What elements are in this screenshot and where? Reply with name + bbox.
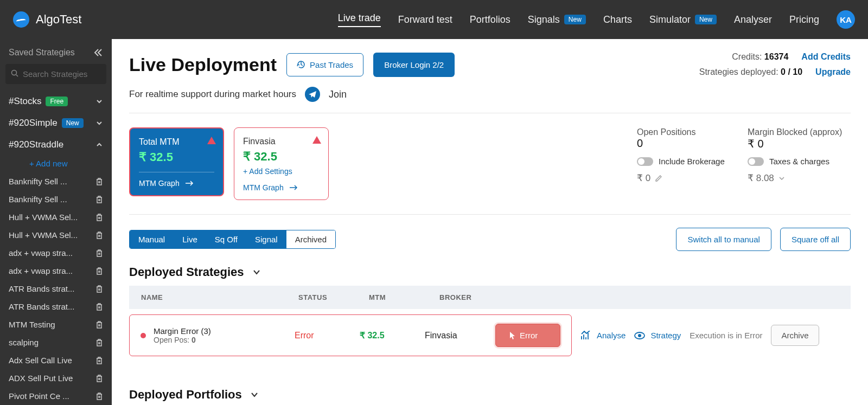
chevron-down-icon[interactable]: [778, 175, 785, 182]
sidebar-strategy-item[interactable]: Adx Sell Call Live: [0, 351, 112, 369]
page-title: Live Deployment: [129, 54, 277, 75]
include-brokerage-label: Include Brokerage: [659, 157, 725, 166]
trash-icon[interactable]: [95, 267, 103, 275]
category-920simple[interactable]: #920Simple New: [0, 112, 112, 134]
telegram-icon[interactable]: [305, 87, 320, 102]
cursor-icon: [508, 331, 515, 340]
trash-icon[interactable]: [95, 213, 103, 222]
sidebar-strategy-item[interactable]: Banknifty Sell ...: [0, 172, 112, 190]
sidebar-strategy-item[interactable]: Hull + VWMA Sel...: [0, 208, 112, 226]
broker-login-button[interactable]: Broker Login 2/2: [373, 53, 455, 77]
total-mtm-card[interactable]: Total MTM ₹ 32.5 MTM Graph: [129, 127, 224, 196]
category-920simple-label: #920Simple: [9, 118, 58, 128]
col-mtm: MTM: [369, 293, 439, 301]
trash-icon[interactable]: [95, 338, 103, 347]
category-920straddle[interactable]: #920Straddle: [0, 134, 112, 156]
sidebar-strategy-item[interactable]: Pivot Point Ce ...: [0, 387, 112, 405]
switch-all-manual-button[interactable]: Switch all to manual: [676, 228, 771, 251]
sidebar-strategy-item[interactable]: Hull + VWMA Sel...: [0, 226, 112, 244]
trash-icon[interactable]: [95, 392, 103, 401]
free-badge: Free: [46, 97, 68, 106]
collapse-sidebar-icon[interactable]: [93, 48, 103, 57]
sidebar-strategy-label: Adx Sell Call Live: [9, 356, 72, 365]
nav-analyser[interactable]: Analyser: [734, 14, 772, 25]
analyse-action[interactable]: Analyse: [580, 331, 626, 340]
taxes-charges-toggle[interactable]: [748, 157, 764, 166]
square-off-all-button[interactable]: Square off all: [780, 228, 851, 251]
strategy-row[interactable]: Margin Error (3) Open Pos: 0 Error ₹ 32.…: [129, 314, 572, 356]
execution-error-text: Execution is in Error: [690, 331, 762, 340]
sidebar-strategy-item[interactable]: scalping: [0, 333, 112, 351]
category-stocks[interactable]: #Stocks Free: [0, 91, 112, 112]
brand-name: AlgoTest: [36, 12, 81, 27]
sidebar-strategy-label: Banknifty Sell ...: [9, 177, 67, 186]
strategies-table-header: NAME STATUS MTM BROKER: [129, 286, 851, 309]
tab-live[interactable]: Live: [174, 230, 206, 248]
sidebar-strategy-label: Hull + VWMA Sel...: [9, 213, 78, 222]
past-trades-button[interactable]: Past Trades: [286, 53, 363, 76]
total-mtm-value: ₹ 32.5: [139, 150, 214, 164]
sidebar-strategy-item[interactable]: ADX Sell Put Live: [0, 369, 112, 387]
sidebar-strategy-item[interactable]: Banknifty Sell ...: [0, 190, 112, 208]
nav-live-trade[interactable]: Live trade: [338, 12, 381, 27]
brand[interactable]: AlgoTest: [13, 11, 81, 28]
trash-icon[interactable]: [95, 177, 103, 186]
open-positions-value: 0: [637, 137, 729, 150]
nav-signals-label: Signals: [528, 14, 560, 25]
nav-pricing[interactable]: Pricing: [789, 14, 819, 25]
chevron-down-icon[interactable]: [252, 267, 261, 277]
nav-forward-test[interactable]: Forward test: [398, 14, 452, 25]
tab-manual[interactable]: Manual: [130, 230, 174, 248]
trash-icon[interactable]: [95, 195, 103, 204]
sidebar-strategy-item[interactable]: ATR Bands strat...: [0, 280, 112, 298]
search-strategies-input[interactable]: [5, 64, 106, 84]
brokerage-value: ₹ 0: [637, 172, 650, 184]
trash-icon[interactable]: [95, 374, 103, 383]
add-settings-link[interactable]: + Add Settings: [243, 167, 320, 176]
sidebar-strategy-label: Pivot Point Ce ...: [9, 391, 69, 401]
add-credits-link[interactable]: Add Credits: [801, 52, 851, 62]
history-icon: [297, 60, 305, 69]
total-mtm-label: Total MTM: [139, 137, 214, 147]
mtm-graph-link[interactable]: MTM Graph: [243, 183, 320, 192]
trash-icon[interactable]: [95, 231, 103, 240]
finvasia-card[interactable]: Finvasia ₹ 32.5 + Add Settings MTM Graph: [234, 127, 329, 200]
include-brokerage-toggle[interactable]: [637, 157, 653, 166]
edit-icon[interactable]: [655, 175, 662, 182]
sidebar-strategy-label: adx + vwap stra...: [9, 248, 73, 258]
strategy-action[interactable]: Strategy: [634, 331, 681, 340]
nav-portfolios[interactable]: Portfolios: [470, 14, 510, 25]
error-button[interactable]: Error: [495, 324, 560, 347]
finvasia-value: ₹ 32.5: [243, 150, 320, 164]
sidebar-strategy-item[interactable]: adx + vwap stra...: [0, 244, 112, 262]
trash-icon[interactable]: [95, 356, 103, 365]
join-link[interactable]: Join: [329, 89, 347, 100]
trash-icon[interactable]: [95, 303, 103, 311]
upgrade-link[interactable]: Upgrade: [815, 67, 851, 77]
trash-icon[interactable]: [95, 249, 103, 258]
add-new-strategy[interactable]: + Add new: [0, 156, 112, 172]
support-text: For realtime support during market hours: [129, 89, 296, 100]
tab-sqoff[interactable]: Sq Off: [206, 230, 246, 248]
archive-button[interactable]: Archive: [771, 325, 819, 346]
sidebar-strategy-label: MTM Testing: [9, 320, 55, 329]
tab-archived[interactable]: Archived: [286, 230, 335, 248]
new-badge: New: [564, 15, 586, 24]
category-stocks-label: #Stocks: [9, 96, 41, 107]
sidebar-strategy-item[interactable]: MTM Testing: [0, 316, 112, 333]
eye-icon: [634, 332, 645, 339]
trash-icon[interactable]: [95, 320, 103, 329]
sidebar-strategy-label: adx + vwap stra...: [9, 266, 73, 275]
chevron-down-icon[interactable]: [250, 390, 259, 400]
user-avatar[interactable]: KA: [837, 10, 855, 29]
sidebar-strategy-item[interactable]: ATR Bands strat...: [0, 298, 112, 316]
mtm-graph-link[interactable]: MTM Graph: [139, 172, 214, 188]
trash-icon[interactable]: [95, 285, 103, 293]
nav-charts[interactable]: Charts: [603, 14, 632, 25]
nav-simulator[interactable]: Simulator New: [649, 14, 717, 25]
tab-signal[interactable]: Signal: [246, 230, 286, 248]
sidebar-strategy-item[interactable]: adx + vwap stra...: [0, 262, 112, 280]
nav-signals[interactable]: Signals New: [528, 14, 586, 25]
strategies-deployed-value: 0 / 10: [781, 67, 802, 76]
nav-simulator-label: Simulator: [649, 14, 691, 25]
